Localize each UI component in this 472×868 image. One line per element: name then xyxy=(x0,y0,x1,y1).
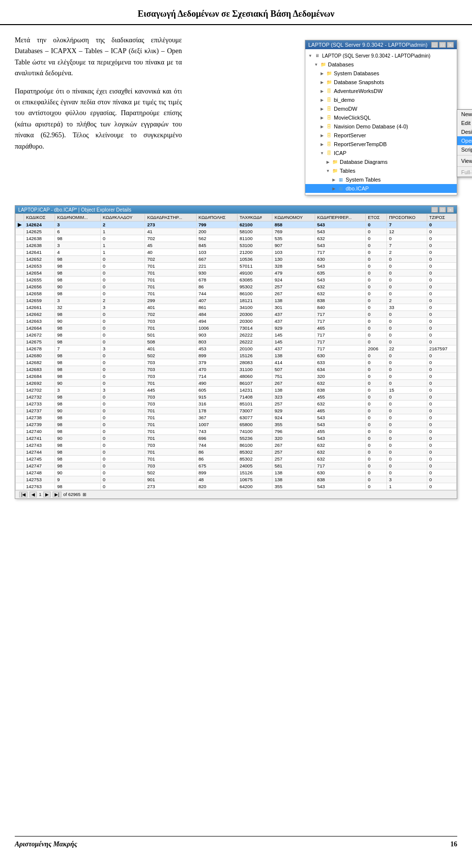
system-db-icon: 📁 xyxy=(325,69,333,77)
cell-value: 142748 xyxy=(24,469,55,476)
cell-value: 142737 xyxy=(24,407,55,414)
cell-value: 85302 xyxy=(237,449,272,456)
tree-item-icap[interactable]: ▼ 🗄 ICAP xyxy=(305,149,457,157)
db-minimize-button[interactable]: _ xyxy=(431,207,438,213)
cell-value: 73007 xyxy=(237,407,272,414)
cell-value: 0 xyxy=(366,270,387,277)
db-maximize-button[interactable]: □ xyxy=(439,207,446,213)
col-perifer: ΚΩΔ#ΠΕΡΙΦΕΡ... xyxy=(315,214,365,221)
tree-item-reportserver[interactable]: ▶ 🗄 ReportServer xyxy=(305,131,457,140)
maximize-button[interactable]: □ xyxy=(439,42,446,48)
tree-item-movieclick[interactable]: ▶ 🗄 MovieClickSQL xyxy=(305,113,457,122)
cell-value: 71408 xyxy=(237,394,272,401)
cell-value: 26222 xyxy=(237,332,272,339)
tree-item-navision[interactable]: ▶ 🗄 Navision Demo Database (4-0) xyxy=(305,122,457,131)
cell-value: 0 xyxy=(101,283,145,290)
filter-icon[interactable]: ⊞ xyxy=(83,492,87,497)
context-open-table[interactable]: Open Table xyxy=(457,136,472,145)
cell-value: 632 xyxy=(315,380,365,387)
cell-value: 0 xyxy=(101,483,145,490)
cell-value: 142662 xyxy=(24,311,55,318)
cell-value: 142702 xyxy=(24,387,55,394)
cell-value: 0 xyxy=(101,407,145,414)
cell-value: 899 xyxy=(196,469,237,476)
bidemo-icon: 🗄 xyxy=(325,96,333,104)
context-script-table[interactable]: Script Table as xyxy=(457,145,472,154)
cell-value: 0 xyxy=(101,380,145,387)
cell-value: 0 xyxy=(387,339,427,345)
cell-value: 86 xyxy=(196,456,237,463)
context-design[interactable]: Design xyxy=(457,127,472,136)
cell-value: 0 xyxy=(366,277,387,283)
tree-item-dbo-icap[interactable]: ▶ ▦ dbo.ICAP xyxy=(305,184,457,193)
page-title: Εισαγωγή Δεδομένων σε Σχεσιακή Βάση Δεδο… xyxy=(0,0,472,25)
cell-value: 437 xyxy=(272,345,315,352)
context-edit[interactable]: Edit xyxy=(457,119,472,127)
cell-value: 703 xyxy=(145,401,196,407)
nav-prev-button[interactable]: ◀ xyxy=(30,492,37,497)
cell-value: 0 xyxy=(387,394,427,401)
cell-value: 90 xyxy=(55,435,101,442)
cell-value: 0 xyxy=(101,373,145,380)
text-column: Μετά την ολοκλήρωση της διαδικασίας επιλ… xyxy=(15,35,182,195)
table-row: 1426256141200581007695430120 xyxy=(16,228,457,235)
tree-item-databases[interactable]: ▼ 📁 Databases xyxy=(305,60,457,69)
cell-value: 445 xyxy=(145,387,196,394)
tree-item-db-snapshots[interactable]: ▶ 📁 Database Snapshots xyxy=(305,78,457,87)
cell-value: 0 xyxy=(387,359,427,366)
expand-icon-aw: ▶ xyxy=(319,88,325,94)
cell-value: 48 xyxy=(196,476,237,483)
tree-item-system-databases[interactable]: ▶ 📁 System Databases xyxy=(305,69,457,78)
cell-value: 142624 xyxy=(24,221,55,228)
cell-value: 90 xyxy=(55,380,101,387)
tree-item-tables[interactable]: ▼ 📁 Tables xyxy=(305,166,457,175)
row-indicator xyxy=(16,456,24,463)
close-button[interactable]: × xyxy=(447,42,454,48)
cell-value: 142682 xyxy=(24,359,55,366)
cell-value: 18121 xyxy=(237,297,272,304)
footer-author: Αριστομένης Μακρής xyxy=(15,840,77,848)
db-close-button[interactable]: × xyxy=(447,207,454,213)
cell-value: 0 xyxy=(387,256,427,263)
tree-label-system-tables: System Tables xyxy=(346,177,381,183)
cell-value: 9 xyxy=(55,476,101,483)
ssms-controls[interactable]: _ □ × xyxy=(431,42,454,48)
cell-value: 0 xyxy=(366,463,387,469)
cell-value: 0 xyxy=(427,221,456,228)
cell-value: 701 xyxy=(145,456,196,463)
cell-value: 678 xyxy=(196,277,237,283)
cell-value: 414 xyxy=(272,359,315,366)
cell-value: 98 xyxy=(55,235,101,242)
table-row: 14268398070347031100507634000 xyxy=(16,366,457,373)
cell-value: 0 xyxy=(101,366,145,373)
cell-value: 301 xyxy=(272,304,315,311)
col-tziros: ΤΖΙΡΟΣ xyxy=(427,214,456,221)
nav-last-button[interactable]: ▶| xyxy=(53,492,61,497)
tree-item-server[interactable]: ▼ 🖥 LAPTOP (SQL Server 9.0.3042 - LAPTOP… xyxy=(305,51,457,60)
tree-item-bidemo[interactable]: ▶ 🗄 bi_demo xyxy=(305,95,457,104)
tree-item-adventureworks[interactable]: ▶ 🗄 AdventureWorksDW xyxy=(305,87,457,95)
tree-item-rstemtpdb[interactable]: ▶ 🗄 ReportServerTempDB xyxy=(305,140,457,149)
db-table-title-text: LAPTOP.ICAP - dbo.ICAP* | Object Explore… xyxy=(18,207,131,213)
context-view-dependencies[interactable]: View Dependencies xyxy=(457,156,472,165)
cell-value: 796 xyxy=(272,428,315,435)
db-table-window-controls[interactable]: _ □ × xyxy=(431,207,454,213)
cell-value: 257 xyxy=(272,283,315,290)
ssms-window: LAPTOP (SQL Server 9.0.3042 - LAPTOP\adm… xyxy=(305,40,457,195)
cell-value: 0 xyxy=(101,318,145,325)
tree-label-system-databases: System Databases xyxy=(334,70,379,76)
tree-item-system-tables[interactable]: ▶ ▦ System Tables xyxy=(305,175,457,184)
cell-value: 543 xyxy=(315,483,365,490)
cell-value: 401 xyxy=(145,304,196,311)
tree-item-db-diagrams[interactable]: ▶ 📁 Database Diagrams xyxy=(305,157,457,166)
nav-first-button[interactable]: |◀ xyxy=(19,492,28,497)
col-polis: ΚΩΔ#ΠΟΛΗΣ xyxy=(196,214,237,221)
cell-value: 273 xyxy=(145,221,196,228)
cell-value: 98 xyxy=(55,394,101,401)
table-row: 14273898070136763077924543000 xyxy=(16,414,457,421)
context-new-table[interactable]: New Table... xyxy=(457,110,472,119)
tree-item-demodw[interactable]: ▶ 🗄 DemoDW xyxy=(305,104,457,113)
nav-next-button[interactable]: ▶ xyxy=(43,492,51,497)
minimize-button[interactable]: _ xyxy=(431,42,438,48)
cell-value: 0 xyxy=(427,373,456,380)
